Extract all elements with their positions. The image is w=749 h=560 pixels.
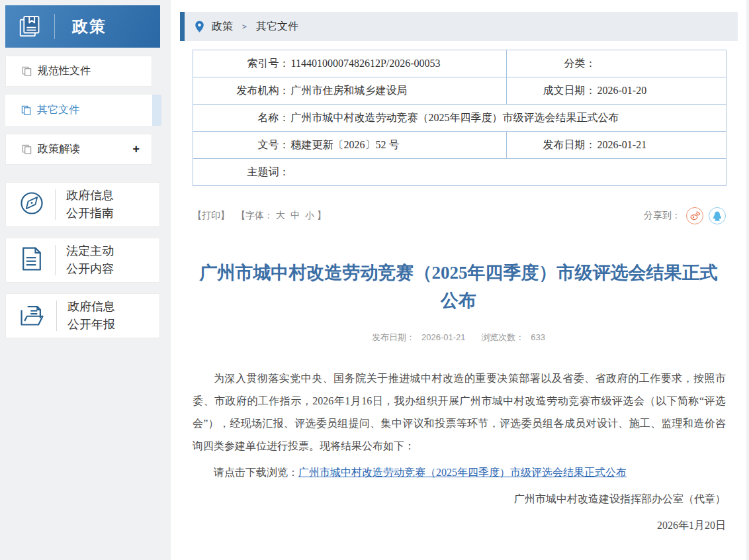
sidebar-card-annual-report[interactable]: 政府信息 公开年报 <box>5 293 160 338</box>
table-row: 文号： 穗建更新〔2026〕52 号 发布日期： 2026-01-21 <box>193 132 727 159</box>
card-divider <box>56 301 57 331</box>
table-row: 索引号： 11440100007482612P/2026-00053 分类： <box>193 50 727 77</box>
doc-number-value: 穗建更新〔2026〕52 号 <box>290 132 507 159</box>
font-size-controls: 大中小 <box>273 210 317 220</box>
share-label: 分享到： <box>644 210 681 222</box>
document-icon <box>18 245 46 275</box>
font-size-prefix: 【字体： <box>236 210 273 220</box>
category-value <box>596 50 727 77</box>
card-divider <box>55 189 56 220</box>
sidebar-card-gov-info-guide[interactable]: 政府信息 公开指南 <box>5 182 160 227</box>
policy-book-icon <box>5 14 54 39</box>
expand-plus-icon[interactable]: + <box>132 142 140 156</box>
table-row: 发布机构： 广州市住房和城乡建设局 成文日期： 2026-01-20 <box>193 77 727 105</box>
doc-number-label: 文号： <box>193 132 290 159</box>
name-label: 名称： <box>193 105 290 132</box>
card-label-line1: 政府信息 <box>67 300 115 313</box>
policy-detail-page: 政策 规范性文件 其它文件 政策解读 + <box>0 0 749 560</box>
publish-date-value: 2026-01-21 <box>596 132 727 159</box>
weibo-icon <box>689 210 701 222</box>
written-date-label: 成文日期： <box>507 77 596 105</box>
pages-icon <box>22 144 32 154</box>
table-row: 主题词： <box>193 159 727 186</box>
agency-label: 发布机构： <box>193 77 290 105</box>
sidebar-item-other-documents[interactable]: 其它文件 <box>5 95 161 126</box>
font-size-medium-button[interactable]: 中 <box>290 210 300 220</box>
index-number-label: 索引号： <box>193 50 290 77</box>
card-label-line1: 法定主动 <box>66 244 114 257</box>
sidebar-item-normative-documents[interactable]: 规范性文件 <box>5 56 152 87</box>
share-qq-button[interactable] <box>709 207 726 224</box>
keywords-label: 主题词： <box>193 159 290 186</box>
breadcrumb-separator: ＞ <box>240 21 249 32</box>
sidebar: 政策 规范性文件 其它文件 政策解读 + <box>5 5 160 338</box>
card-label-line2: 公开年报 <box>67 318 115 331</box>
sidebar-item-label: 规范性文件 <box>38 64 91 78</box>
name-value: 广州市城中村改造劳动竞赛（2025年四季度）市级评选会结果正式公布 <box>290 105 727 132</box>
breadcrumb-current-link[interactable]: 其它文件 <box>256 20 298 34</box>
print-font-controls: 【打印】 【字体：大中小】 <box>193 210 326 222</box>
keywords-value <box>290 159 727 186</box>
download-line: 请点击下载浏览：广州市城中村改造劳动竞赛（2025年四季度）市级评选会结果正式公… <box>193 461 726 484</box>
sidebar-item-policy-interpretation[interactable]: 政策解读 + <box>5 134 152 165</box>
sign-date-line: 2026年1月20日 <box>193 514 726 537</box>
article-publish-date: 发布日期：2026-01-21 <box>369 332 469 342</box>
download-attachment-link[interactable]: 广州市城中村改造劳动竞赛（2025年四季度）市级评选会结果正式公布 <box>298 467 627 478</box>
font-size-small-button[interactable]: 小 <box>305 210 314 220</box>
card-label-line1: 政府信息 <box>66 189 114 202</box>
agency-value: 广州市住房和城乡建设局 <box>290 77 507 105</box>
header-divider <box>54 14 55 39</box>
sidebar-item-label: 政策解读 <box>38 142 80 156</box>
sidebar-card-statutory-disclosure[interactable]: 法定主动 公开内容 <box>5 238 160 283</box>
open-folder-icon <box>18 301 47 331</box>
card-label: 政府信息 公开指南 <box>66 187 114 222</box>
share-bar: 分享到： <box>644 207 726 224</box>
print-button[interactable]: 【打印】 <box>193 210 230 220</box>
font-size-suffix: 】 <box>317 210 326 220</box>
publish-date-value: 2026-01-21 <box>421 332 466 342</box>
publish-date-label: 发布日期： <box>372 332 415 342</box>
pages-icon <box>21 105 31 115</box>
breadcrumb: 政策 ＞ 其它文件 <box>180 12 738 41</box>
download-prompt: 请点击下载浏览： <box>214 467 298 478</box>
article-paragraph: 为深入贯彻落实党中央、国务院关于推进城中村改造的重要决策部署以及省委、省政府的工… <box>193 367 726 457</box>
breadcrumb-root-link[interactable]: 政策 <box>212 20 233 34</box>
signature-line: 广州市城中村改造建设指挥部办公室（代章） <box>193 488 726 510</box>
publish-date-label: 发布日期： <box>507 132 596 159</box>
written-date-value: 2026-01-20 <box>596 77 727 105</box>
article-title: 广州市城中村改造劳动竞赛（2025年四季度）市级评选会结果正式公布 <box>197 259 720 314</box>
category-label: 分类： <box>507 50 596 77</box>
views-value: 633 <box>531 332 545 342</box>
sidebar-header: 政策 <box>5 5 160 48</box>
table-row: 名称： 广州市城中村改造劳动竞赛（2025年四季度）市级评选会结果正式公布 <box>193 105 727 132</box>
card-label-line2: 公开内容 <box>66 262 114 275</box>
article-meta-line: 发布日期：2026-01-21 浏览次数：633 <box>171 332 746 344</box>
qq-penguin-icon <box>711 210 723 222</box>
document-meta-table: 索引号： 11440100007482612P/2026-00053 分类： 发… <box>193 50 727 186</box>
share-weibo-button[interactable] <box>686 207 703 224</box>
article-body: 为深入贯彻落实党中央、国务院关于推进城中村改造的重要决策部署以及省委、省政府的工… <box>193 367 726 537</box>
sidebar-item-label: 其它文件 <box>37 103 79 117</box>
index-number-value: 11440100007482612P/2026-00053 <box>290 50 507 77</box>
card-label: 政府信息 公开年报 <box>67 298 115 334</box>
location-pin-icon <box>195 21 204 33</box>
main-content: 政策 ＞ 其它文件 索引号： 11440100007482612P/2026-0… <box>171 0 746 537</box>
pages-icon <box>22 66 32 76</box>
card-divider <box>55 245 56 275</box>
article-toolbar: 【打印】 【字体：大中小】 分享到： <box>193 207 726 224</box>
sidebar-title: 政策 <box>72 16 107 37</box>
card-label: 法定主动 公开内容 <box>66 242 114 278</box>
card-label-line2: 公开指南 <box>66 207 114 220</box>
compass-icon <box>18 189 46 220</box>
article-view-count: 浏览次数：633 <box>478 332 549 342</box>
font-size-large-button[interactable]: 大 <box>276 210 285 220</box>
views-label: 浏览次数： <box>481 332 524 342</box>
